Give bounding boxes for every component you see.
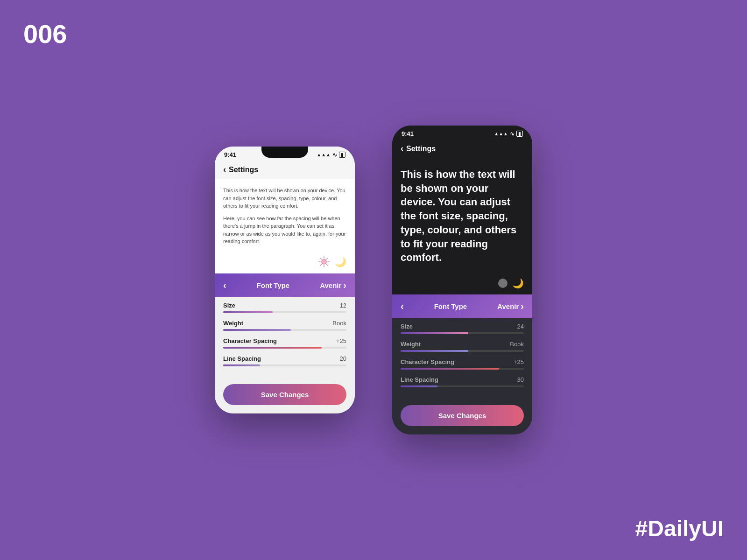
battery-icon-light: ▮ xyxy=(339,152,345,158)
preview-area-light: This is how the text will be shown on yo… xyxy=(215,179,355,252)
size-slider-track-dark[interactable] xyxy=(401,332,524,334)
char-spacing-label-dark: Character Spacing xyxy=(401,358,454,365)
phones-container: 9:41 ▲▲▲ ∿ ▮ ‹ Settings This is how the … xyxy=(215,126,532,434)
svg-line-7 xyxy=(327,258,328,259)
back-btn-dark[interactable]: ‹ xyxy=(401,144,403,154)
time-dark: 9:41 xyxy=(402,130,414,137)
font-type-left-arrow-light[interactable]: ‹ xyxy=(223,280,226,291)
char-spacing-label-light: Character Spacing xyxy=(223,337,277,344)
notch xyxy=(261,147,308,158)
font-type-value-dark: Avenir xyxy=(497,302,519,310)
nav-bar-light: ‹ Settings xyxy=(215,160,355,179)
char-spacing-value-light: +25 xyxy=(336,337,346,344)
font-type-right-arrow-dark[interactable]: › xyxy=(521,301,524,312)
size-label-light: Size xyxy=(223,302,235,309)
font-type-value-light: Avenir xyxy=(320,281,341,289)
preview-area-dark: This is how the text will be shown on yo… xyxy=(392,158,532,274)
svg-point-0 xyxy=(322,259,326,264)
char-spacing-row-light: Character Spacing +25 xyxy=(223,337,346,349)
size-row-light: Size 12 xyxy=(223,302,346,313)
svg-line-5 xyxy=(321,258,322,259)
status-icons-dark: ▲▲▲ ∿ ▮ xyxy=(494,131,523,137)
size-slider-fill-dark xyxy=(401,332,468,334)
weight-label-dark: Weight xyxy=(401,341,421,348)
char-spacing-value-dark: +25 xyxy=(514,358,524,365)
size-value-light: 12 xyxy=(340,302,346,309)
light-phone: 9:41 ▲▲▲ ∿ ▮ ‹ Settings This is how the … xyxy=(215,147,355,413)
settings-panel-dark: Size 24 Weight Book Ch xyxy=(392,318,532,401)
char-spacing-slider-track-light[interactable] xyxy=(223,347,346,349)
font-type-label-dark: Font Type xyxy=(434,302,467,310)
char-spacing-slider-fill-dark xyxy=(401,368,499,370)
line-spacing-value-light: 20 xyxy=(340,355,346,362)
theme-row-dark: 🌙 xyxy=(392,274,532,294)
line-spacing-label-light: Line Spacing xyxy=(223,355,261,362)
preview-p2-light: Here, you can see how far the spacing wi… xyxy=(223,215,346,245)
font-type-value-group-light: Avenir › xyxy=(320,280,346,291)
nav-bar-dark: ‹ Settings xyxy=(392,139,532,158)
font-type-label-light: Font Type xyxy=(257,281,290,289)
weight-label-light: Weight xyxy=(223,320,243,327)
save-btn-dark[interactable]: Save Changes xyxy=(401,405,524,426)
weight-slider-track-dark[interactable] xyxy=(401,350,524,352)
svg-line-8 xyxy=(321,264,322,265)
nav-title-dark: Settings xyxy=(406,145,436,153)
line-spacing-row-light: Line Spacing 20 xyxy=(223,355,346,366)
size-value-dark: 24 xyxy=(517,323,524,330)
line-spacing-value-dark: 30 xyxy=(517,376,524,383)
status-bar-light: 9:41 ▲▲▲ ∿ ▮ xyxy=(215,147,355,160)
size-slider-fill-light xyxy=(223,311,273,313)
wifi-icon-light: ∿ xyxy=(332,152,337,158)
font-type-left-arrow-dark[interactable]: ‹ xyxy=(401,301,404,312)
battery-icon-dark: ▮ xyxy=(516,131,523,137)
font-type-bar-light: ‹ Font Type Avenir › xyxy=(215,273,355,297)
preview-p1-light: This is how the text will be shown on yo… xyxy=(223,187,346,210)
weight-slider-track-light[interactable] xyxy=(223,329,346,331)
svg-line-6 xyxy=(327,264,328,265)
font-type-bar-dark: ‹ Font Type Avenir › xyxy=(392,294,532,318)
theme-dot-dark[interactable] xyxy=(498,279,507,288)
status-bar-dark: 9:41 ▲▲▲ ∿ ▮ xyxy=(392,126,532,139)
weight-row-light: Weight Book xyxy=(223,320,346,331)
settings-panel-light: Size 12 Weight Book Ch xyxy=(215,297,355,380)
status-icons-light: ▲▲▲ ∿ ▮ xyxy=(317,152,345,158)
size-slider-track-light[interactable] xyxy=(223,311,346,313)
moon-icon-dark[interactable]: 🌙 xyxy=(512,278,524,289)
save-btn-light[interactable]: Save Changes xyxy=(223,384,346,405)
char-spacing-slider-track-dark[interactable] xyxy=(401,368,524,370)
weight-slider-fill-dark xyxy=(401,350,468,352)
page-number: 006 xyxy=(23,19,67,49)
weight-row-dark: Weight Book xyxy=(401,341,524,352)
signal-icon-light: ▲▲▲ xyxy=(317,152,331,157)
char-spacing-slider-fill-light xyxy=(223,347,322,349)
save-btn-container-light: Save Changes xyxy=(215,380,355,413)
char-spacing-row-dark: Character Spacing +25 xyxy=(401,358,524,370)
weight-value-light: Book xyxy=(332,320,346,327)
wifi-icon-dark: ∿ xyxy=(510,131,514,137)
line-spacing-slider-track-dark[interactable] xyxy=(401,385,524,387)
line-spacing-row-dark: Line Spacing 30 xyxy=(401,376,524,387)
preview-text-dark: This is how the text will be shown on yo… xyxy=(401,168,524,265)
line-spacing-label-dark: Line Spacing xyxy=(401,376,438,383)
moon-icon-light[interactable]: 🌙 xyxy=(335,256,346,267)
line-spacing-slider-fill-light xyxy=(223,364,260,366)
dark-phone: 9:41 ▲▲▲ ∿ ▮ ‹ Settings This is how the … xyxy=(392,126,532,434)
save-btn-container-dark: Save Changes xyxy=(392,401,532,434)
font-type-value-group-dark: Avenir › xyxy=(497,301,524,312)
daily-ui-tag: #DailyUI xyxy=(635,516,724,541)
nav-title-light: Settings xyxy=(229,166,258,174)
size-row-dark: Size 24 xyxy=(401,323,524,334)
weight-slider-fill-light xyxy=(223,329,291,331)
signal-icon-dark: ▲▲▲ xyxy=(494,131,508,136)
line-spacing-slider-track-light[interactable] xyxy=(223,364,346,366)
sun-icon-light[interactable] xyxy=(318,256,330,268)
size-label-dark: Size xyxy=(401,323,413,330)
font-type-right-arrow-light[interactable]: › xyxy=(343,280,346,291)
weight-value-dark: Book xyxy=(510,341,524,348)
back-btn-light[interactable]: ‹ xyxy=(223,165,226,175)
line-spacing-slider-fill-dark xyxy=(401,385,437,387)
theme-row-light: 🌙 xyxy=(215,252,355,273)
time-light: 9:41 xyxy=(224,151,236,158)
